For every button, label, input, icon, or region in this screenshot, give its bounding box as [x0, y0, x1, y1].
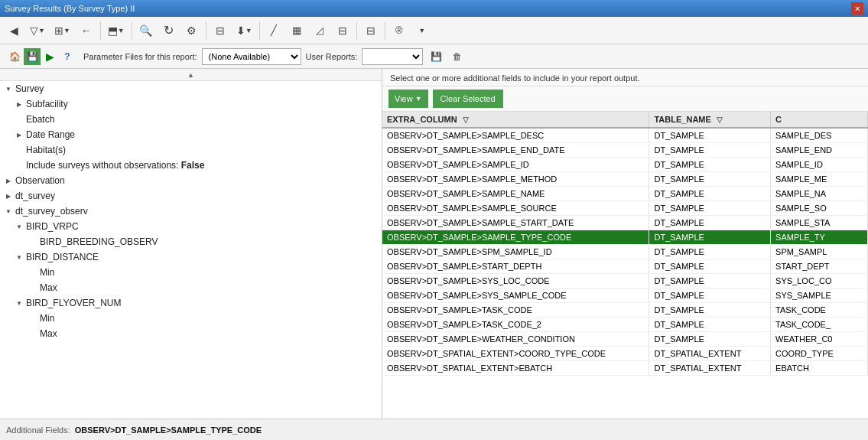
export-dropdown[interactable]: ⬒ ▼ — [104, 20, 128, 41]
fields-table: EXTRA_COLUMN ▽ TABLE_NAME ▽ C OBSERV>DT_… — [382, 112, 868, 376]
table-view-button[interactable]: ⊟ — [360, 20, 382, 41]
tree-item-bird-flyover-min[interactable]: Min — [0, 311, 382, 326]
table-row[interactable]: OBSERV>DT_SPATIAL_EXTENT>COORD_TYPE_CODE… — [382, 347, 868, 361]
table-row[interactable]: OBSERV>DT_SAMPLE>SAMPLE_DESCDT_SAMPLESAM… — [382, 128, 868, 143]
tree-item-bird-vrpc[interactable]: BIRD_VRPC — [0, 219, 382, 234]
params-select[interactable]: (None Available) — [202, 48, 301, 65]
status-bar: Additional Fields: OBSERV>DT_SAMPLE>SAMP… — [0, 419, 868, 440]
tree-item-bird-distance-max[interactable]: Max — [0, 280, 382, 295]
grid-arrow: ▼ — [63, 27, 70, 34]
tree-item-bird-flyover-max[interactable]: Max — [0, 326, 382, 341]
cell-extra-column: OBSERV>DT_SAMPLE>SAMPLE_TYPE_CODE — [382, 230, 649, 245]
table-row[interactable]: OBSERV>DT_SPATIAL_EXTENT>EBATCHDT_SPATIA… — [382, 361, 868, 376]
chart-line-button[interactable]: ╱ — [263, 20, 284, 41]
tree-item-bird-distance[interactable]: BIRD_DISTANCE — [0, 249, 382, 265]
table-row[interactable]: OBSERV>DT_SAMPLE>SYS_SAMPLE_CODEDT_SAMPL… — [382, 288, 868, 303]
table-row[interactable]: OBSERV>DT_SAMPLE>START_DEPTHDT_SAMPLESTA… — [382, 259, 868, 274]
th-table-name[interactable]: TABLE_NAME ▽ — [649, 112, 771, 128]
cell-table-name: DT_SAMPLE — [649, 288, 771, 303]
print-button[interactable]: ⊟ — [210, 20, 231, 41]
title-bar: Survey Results (By Survey Type) II ✕ — [0, 0, 868, 17]
cell-table-name: DT_SAMPLE — [649, 332, 771, 347]
tree-label-bird-breeding: BIRD_BREEDING_OBSERV — [40, 236, 158, 247]
cell-table-name: DT_SAMPLE — [649, 274, 771, 288]
nav-home-button[interactable]: 🏠 — [6, 48, 23, 65]
tree-label-dt-survey: dt_survey — [15, 191, 55, 201]
cell-c: COORD_TYPE — [771, 347, 868, 361]
th-c[interactable]: C — [771, 112, 868, 128]
cell-extra-column: OBSERV>DT_SPATIAL_EXTENT>EBATCH — [382, 361, 649, 376]
view-button[interactable]: View ▼ — [388, 90, 428, 108]
table-row[interactable]: OBSERV>DT_SAMPLE>SPM_SAMPLE_IDDT_SAMPLES… — [382, 245, 868, 259]
chart-bar-button[interactable]: ▦ — [286, 20, 307, 41]
cell-table-name: DT_SAMPLE — [649, 172, 771, 187]
tree-item-ebatch[interactable]: Ebatch — [0, 112, 382, 127]
filter-icon-extra: ▽ — [463, 116, 469, 124]
table-row[interactable]: OBSERV>DT_SAMPLE>WEATHER_CONDITIONDT_SAM… — [382, 332, 868, 347]
status-label: Additional Fields: — [6, 425, 70, 435]
scroll-up-indicator[interactable]: ▲ — [0, 69, 382, 81]
clear-selected-button[interactable]: Clear Selected — [433, 90, 503, 108]
filter-dropdown[interactable]: ▽ ▼ — [26, 20, 49, 41]
table-row[interactable]: OBSERV>DT_SAMPLE>SYS_LOC_CODEDT_SAMPLESY… — [382, 274, 868, 288]
table-row[interactable]: OBSERV>DT_SAMPLE>SAMPLE_IDDT_SAMPLESAMPL… — [382, 158, 868, 172]
nav-save-button[interactable]: 💾 — [24, 48, 41, 65]
table-row[interactable]: OBSERV>DT_SAMPLE>SAMPLE_TYPE_CODEDT_SAMP… — [382, 230, 868, 245]
table-row[interactable]: OBSERV>DT_SAMPLE>TASK_CODE_2DT_SAMPLETAS… — [382, 318, 868, 332]
badge-button[interactable]: ® — [388, 20, 410, 41]
table-row[interactable]: OBSERV>DT_SAMPLE>SAMPLE_END_DATEDT_SAMPL… — [382, 143, 868, 158]
cell-extra-column: OBSERV>DT_SAMPLE>SYS_SAMPLE_CODE — [382, 288, 649, 303]
cell-c: SAMPLE_SO — [771, 201, 868, 216]
tree-item-survey[interactable]: Survey — [0, 81, 382, 96]
cell-extra-column: OBSERV>DT_SPATIAL_EXTENT>COORD_TYPE_CODE — [382, 347, 649, 361]
filter-arrow: ▼ — [38, 27, 45, 34]
nav-help-button[interactable]: ? — [59, 48, 76, 65]
tree-item-dt-survey-observ[interactable]: dt_survey_observ — [0, 204, 382, 219]
cell-extra-column: OBSERV>DT_SAMPLE>SAMPLE_NAME — [382, 187, 649, 201]
back-button[interactable]: ◀ — [3, 20, 24, 41]
tree-item-bird-flyover[interactable]: BIRD_FLYOVER_NUM — [0, 295, 382, 311]
user-reports-select[interactable] — [362, 48, 423, 65]
chart-area-button[interactable]: ◿ — [309, 20, 330, 41]
main-toolbar: ◀ ▽ ▼ ⊞ ▼ ← ⬒ ▼ 🔍 ↻ ⚙ ⊟ ⬇ ▼ ╱ ▦ ◿ ⊟ ⊟ ® … — [0, 17, 868, 44]
table-row[interactable]: OBSERV>DT_SAMPLE>SAMPLE_START_DATEDT_SAM… — [382, 216, 868, 230]
cell-c: SYS_SAMPLE — [771, 288, 868, 303]
data-button[interactable]: ⊟ — [332, 20, 353, 41]
main-area: ▲ Survey Subfacility Ebatch Date Range H… — [0, 69, 868, 419]
th-extra-column[interactable]: EXTRA_COLUMN ▽ — [382, 112, 649, 128]
cell-c: START_DEPT — [771, 259, 868, 274]
cell-table-name: DT_SAMPLE — [649, 318, 771, 332]
settings-button[interactable]: ⚙ — [181, 20, 203, 41]
download-icon: ⬇ — [236, 24, 245, 37]
arrow-left-button[interactable]: ← — [76, 20, 97, 41]
download-arrow: ▼ — [245, 27, 252, 34]
tree-item-observation[interactable]: Observation — [0, 173, 382, 188]
table-row[interactable]: OBSERV>DT_SAMPLE>SAMPLE_METHODDT_SAMPLES… — [382, 172, 868, 187]
tree-item-subfacility[interactable]: Subfacility — [0, 96, 382, 112]
download-dropdown[interactable]: ⬇ ▼ — [232, 20, 256, 41]
more-button[interactable]: ▼ — [411, 20, 433, 41]
cell-table-name: DT_SAMPLE — [649, 303, 771, 318]
table-container[interactable]: EXTRA_COLUMN ▽ TABLE_NAME ▽ C OBSERV>DT_… — [382, 112, 868, 419]
grid-dropdown[interactable]: ⊞ ▼ — [50, 20, 74, 41]
refresh-button[interactable]: ↻ — [158, 20, 180, 41]
nav-run-button[interactable]: ▶ — [41, 48, 58, 65]
tree-item-bird-distance-min[interactable]: Min — [0, 265, 382, 280]
separator-3 — [206, 21, 206, 40]
table-row[interactable]: OBSERV>DT_SAMPLE>SAMPLE_SOURCEDT_SAMPLES… — [382, 201, 868, 216]
tree-item-date-range[interactable]: Date Range — [0, 127, 382, 142]
tree-item-dt-survey[interactable]: dt_survey — [0, 188, 382, 204]
search-button[interactable]: 🔍 — [135, 20, 157, 41]
close-button[interactable]: ✕ — [851, 2, 863, 15]
tree-arrow-subfacility — [14, 99, 24, 109]
user-reports-save-button[interactable]: 💾 — [427, 48, 444, 65]
user-reports-delete-button[interactable]: 🗑 — [449, 48, 466, 65]
table-row[interactable]: OBSERV>DT_SAMPLE>SAMPLE_NAMEDT_SAMPLESAM… — [382, 187, 868, 201]
table-row[interactable]: OBSERV>DT_SAMPLE>TASK_CODEDT_SAMPLETASK_… — [382, 303, 868, 318]
tree-item-habitat[interactable]: Habitat(s) — [0, 142, 382, 158]
grid-icon: ⊞ — [54, 24, 63, 37]
cell-table-name: DT_SAMPLE — [649, 187, 771, 201]
tree-item-bird-breeding[interactable]: BIRD_BREEDING_OBSERV — [0, 234, 382, 249]
cell-extra-column: OBSERV>DT_SAMPLE>SAMPLE_SOURCE — [382, 201, 649, 216]
right-header: Select one or more additional fields to … — [382, 69, 868, 86]
